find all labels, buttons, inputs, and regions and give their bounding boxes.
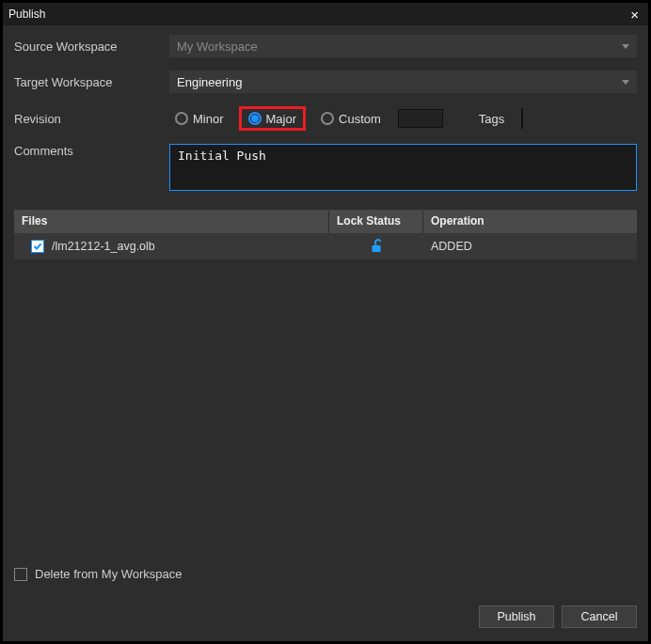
- revision-minor-radio[interactable]: Minor: [169, 106, 230, 131]
- tags-label: Tags: [479, 112, 504, 126]
- dialog-title: Publish: [8, 8, 627, 21]
- radio-icon: [321, 112, 334, 125]
- publish-dialog: Publish × Source Workspace My Workspace …: [2, 2, 649, 642]
- revision-row: Revision Minor Major Custom: [14, 106, 637, 131]
- files-table: Files Lock Status Operation /lm21212-1_a…: [14, 210, 637, 558]
- target-workspace-row: Target Workspace Engineering: [14, 71, 637, 93]
- source-workspace-row: Source Workspace My Workspace: [14, 35, 637, 57]
- file-path: /lm21212-1_avg.olb: [52, 240, 155, 253]
- col-header-lock[interactable]: Lock Status: [329, 211, 423, 233]
- close-icon[interactable]: ×: [627, 7, 643, 23]
- target-workspace-label: Target Workspace: [14, 75, 169, 89]
- operation-cell: ADDED: [423, 240, 637, 253]
- col-header-files[interactable]: Files: [14, 211, 329, 233]
- delete-from-workspace-checkbox[interactable]: Delete from My Workspace: [14, 567, 637, 581]
- table-header: Files Lock Status Operation: [14, 211, 637, 233]
- table-row[interactable]: /lm21212-1_avg.olb ADDED: [14, 233, 637, 259]
- checkbox-icon: [14, 568, 27, 581]
- revision-custom-input[interactable]: [398, 109, 443, 128]
- cancel-button[interactable]: Cancel: [562, 605, 637, 628]
- source-workspace-value: My Workspace: [177, 39, 622, 54]
- chevron-down-icon: [622, 80, 629, 85]
- tags-input[interactable]: [521, 108, 523, 129]
- table-body: /lm21212-1_avg.olb ADDED: [14, 233, 637, 558]
- radio-icon: [248, 112, 262, 125]
- publish-button[interactable]: Publish: [479, 605, 554, 628]
- comments-input[interactable]: Initial Push: [169, 144, 637, 191]
- comments-row: Comments Initial Push: [14, 144, 637, 191]
- radio-icon: [175, 112, 188, 125]
- revision-major-radio[interactable]: Major: [239, 106, 307, 131]
- revision-label: Revision: [14, 112, 169, 126]
- chevron-down-icon: [622, 44, 629, 49]
- source-workspace-dropdown[interactable]: My Workspace: [169, 35, 637, 57]
- footer: Delete from My Workspace Publish Cancel: [3, 558, 648, 641]
- revision-minor-label: Minor: [193, 112, 224, 126]
- target-workspace-value: Engineering: [177, 75, 622, 89]
- revision-major-label: Major: [266, 112, 297, 126]
- delete-label: Delete from My Workspace: [35, 567, 183, 581]
- revision-radio-group: Minor Major Custom Tags: [169, 106, 523, 131]
- col-header-operation[interactable]: Operation: [423, 211, 637, 233]
- revision-custom-radio[interactable]: Custom: [315, 106, 387, 131]
- row-checkbox[interactable]: [31, 240, 44, 253]
- unlock-icon: [369, 239, 384, 254]
- form-area: Source Workspace My Workspace Target Wor…: [3, 25, 648, 210]
- button-row: Publish Cancel: [14, 605, 637, 628]
- titlebar: Publish ×: [3, 3, 648, 25]
- revision-custom-label: Custom: [339, 112, 381, 126]
- target-workspace-dropdown[interactable]: Engineering: [169, 71, 637, 93]
- svg-rect-0: [373, 245, 381, 252]
- source-workspace-label: Source Workspace: [14, 39, 169, 54]
- comments-label: Comments: [14, 144, 169, 158]
